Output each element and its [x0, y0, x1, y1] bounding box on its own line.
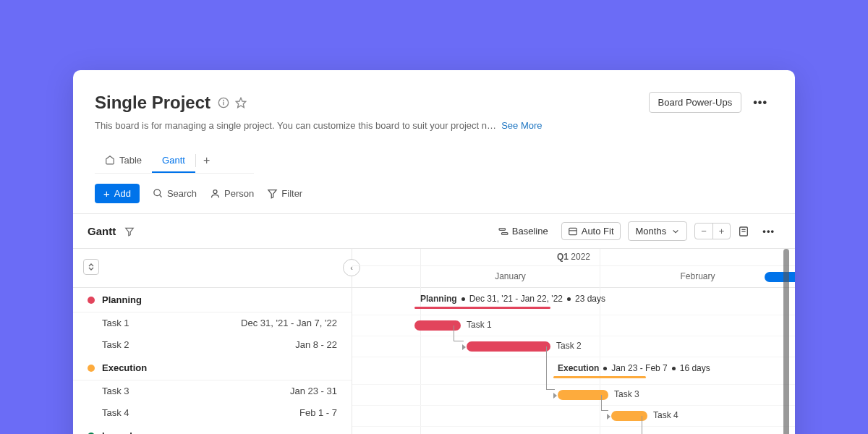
baseline-button[interactable]: Baseline — [493, 223, 554, 239]
add-button[interactable]: +Add — [95, 184, 140, 203]
filter-icon — [267, 188, 278, 199]
autofit-button[interactable]: Auto Fit — [561, 222, 621, 240]
zoom-select[interactable]: Months — [628, 221, 688, 241]
scrollbar[interactable] — [783, 249, 789, 434]
baseline-icon — [498, 227, 509, 236]
tab-gantt[interactable]: Gantt — [152, 149, 195, 173]
gantt-bar[interactable]: Task 2 — [467, 341, 550, 352]
person-icon — [210, 188, 221, 199]
task-row[interactable]: Task 3Jan 23 - 31 — [73, 380, 352, 402]
tab-table[interactable]: Table — [95, 149, 152, 173]
group-summary: ExecutionJan 23 - Feb 716 days — [558, 363, 710, 373]
zoom-in-button[interactable]: + — [713, 224, 731, 239]
search-icon — [153, 188, 163, 199]
svg-point-2 — [224, 100, 224, 101]
home-icon — [105, 155, 115, 165]
svg-marker-8 — [126, 228, 134, 236]
gantt-title: Gantt — [88, 225, 116, 237]
group-dot — [88, 365, 95, 372]
power-ups-button[interactable]: Board Power-Ups — [649, 92, 742, 113]
task-row[interactable]: Task 2Jan 8 - 22 — [73, 334, 352, 356]
filter-button[interactable]: Filter — [267, 188, 302, 199]
gantt-task-list: ‹ Planning Task 1Dec 31, '21 - Jan 7, '2… — [73, 249, 352, 434]
see-more-link[interactable]: See More — [501, 120, 542, 131]
group-row-planning[interactable]: Planning — [73, 288, 352, 312]
svg-point-4 — [154, 190, 161, 196]
group-summary: PlanningDec 31, '21 - Jan 22, '2223 days — [420, 294, 605, 304]
star-icon[interactable] — [235, 97, 247, 109]
gantt-panel: Gantt Baseline Auto Fit Months −+ ••• ‹ — [73, 213, 795, 434]
expand-all-button[interactable] — [83, 259, 99, 275]
view-tabs: Table Gantt + — [95, 148, 254, 174]
person-button[interactable]: Person — [210, 188, 254, 199]
task-row[interactable]: Task 1Dec 31, '21 - Jan 7, '22 — [73, 312, 352, 334]
svg-rect-11 — [569, 228, 576, 234]
info-icon[interactable] — [218, 97, 229, 109]
today-indicator — [765, 272, 795, 282]
export-icon[interactable] — [738, 226, 749, 237]
svg-marker-3 — [236, 98, 245, 107]
zoom-out-button[interactable]: − — [695, 224, 713, 239]
board-description: This board is for managing a single proj… — [95, 120, 773, 131]
search-button[interactable]: Search — [153, 188, 197, 199]
group-dot — [88, 297, 95, 304]
svg-line-5 — [159, 195, 161, 197]
board-card: Single Project Board Power-Ups ••• This … — [73, 70, 795, 434]
month-label: January — [420, 266, 600, 287]
add-tab-button[interactable]: + — [196, 148, 217, 173]
filter-icon[interactable] — [124, 226, 135, 237]
quarter-label: Q1 2022 — [352, 249, 795, 266]
svg-rect-9 — [499, 228, 506, 230]
gantt-timeline[interactable]: Q1 2022 January February PlanningDec 31,… — [352, 249, 795, 434]
svg-marker-7 — [268, 190, 276, 198]
zoom-controls: −+ — [694, 223, 731, 239]
gantt-more-icon[interactable]: ••• — [757, 223, 780, 239]
board-header: Single Project Board Power-Ups ••• This … — [73, 92, 795, 140]
group-row-execution[interactable]: Execution — [73, 356, 352, 380]
svg-rect-10 — [501, 232, 508, 234]
board-title: Single Project — [95, 93, 210, 113]
task-row[interactable]: Task 4Feb 1 - 7 — [73, 402, 352, 424]
autofit-icon — [568, 226, 578, 237]
svg-point-6 — [213, 190, 217, 194]
group-row-launch[interactable]: Launch — [73, 424, 352, 434]
more-icon[interactable]: ••• — [747, 93, 773, 112]
chevron-down-icon — [672, 228, 679, 235]
board-toolbar: +Add Search Person Filter — [73, 174, 795, 213]
